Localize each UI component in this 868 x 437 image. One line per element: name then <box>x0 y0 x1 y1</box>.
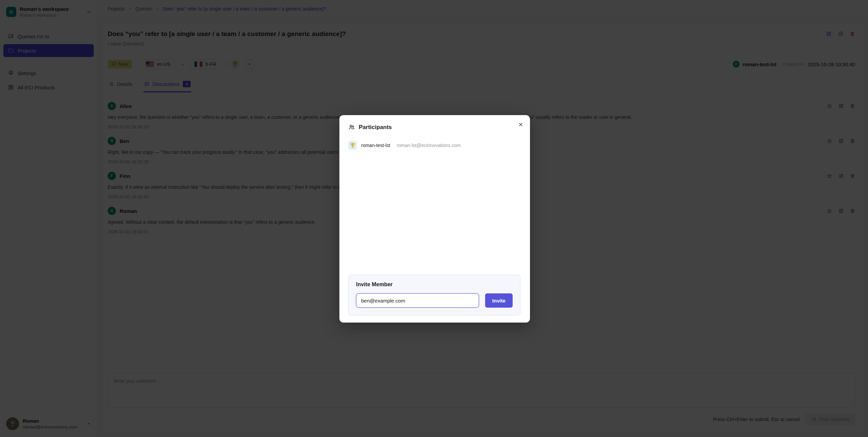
invite-member-heading: Invite Member <box>356 281 513 288</box>
participant-name: roman-test-lst <box>361 143 390 148</box>
participants-icon <box>348 124 355 131</box>
invite-button[interactable]: Invite <box>485 293 513 308</box>
invite-email-input[interactable] <box>356 293 479 308</box>
trophy-avatar-image <box>350 142 356 148</box>
close-icon[interactable]: ✕ <box>518 121 523 128</box>
invite-member-panel: Invite Member Invite <box>348 275 520 315</box>
invite-row: Invite <box>356 293 513 308</box>
participants-modal: Participants ✕ roman-test-lst roman-lst@… <box>339 115 530 323</box>
participant-row: roman-test-lst roman-lst@ecinnovations.c… <box>348 141 521 150</box>
modal-header: Participants <box>348 124 521 131</box>
modal-title: Participants <box>359 124 392 131</box>
participant-email: roman-lst@ecinnovations.com <box>397 143 461 148</box>
participant-avatar <box>348 141 357 150</box>
